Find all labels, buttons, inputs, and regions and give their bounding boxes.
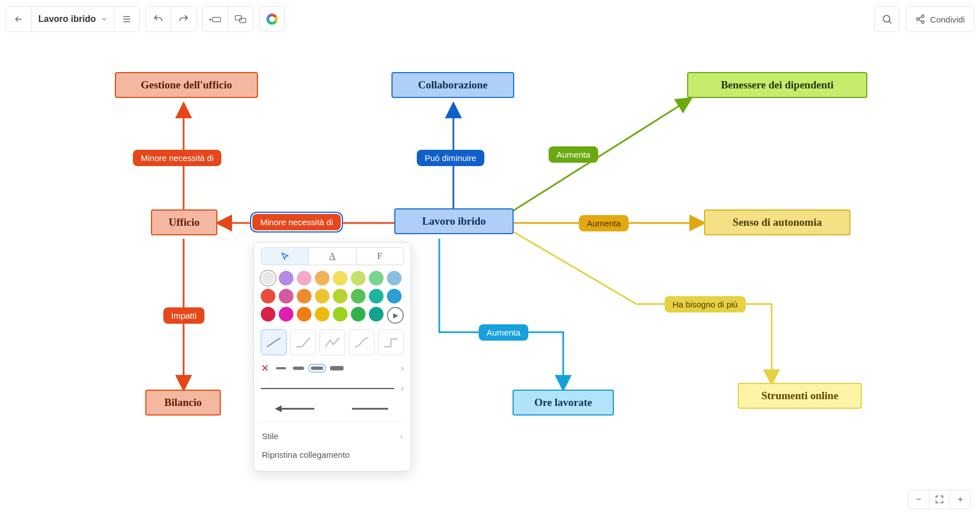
color-swatch[interactable] bbox=[315, 307, 329, 321]
color-swatch[interactable] bbox=[369, 289, 384, 303]
color-swatch[interactable] bbox=[279, 289, 293, 303]
cursor-icon bbox=[280, 252, 289, 261]
thickness-row: ✕ › bbox=[261, 360, 404, 377]
svg-line-11 bbox=[508, 99, 690, 214]
node-tools[interactable]: Strumenti online bbox=[738, 383, 862, 409]
node-collab[interactable]: Collaborazione bbox=[391, 72, 514, 98]
color-swatches: ▶ bbox=[261, 271, 404, 324]
edge-label-less-need-2[interactable]: Minore necessità di bbox=[252, 214, 341, 230]
tab-text[interactable]: A bbox=[308, 248, 355, 265]
color-swatch[interactable] bbox=[369, 271, 384, 285]
line-shape-row bbox=[261, 329, 404, 355]
node-autonomy[interactable]: Senso di autonomia bbox=[704, 209, 850, 235]
color-swatch[interactable] bbox=[261, 307, 275, 321]
edge-label-impacts[interactable]: Impatti bbox=[163, 307, 204, 324]
weight-row: › bbox=[261, 380, 404, 397]
line-angle[interactable] bbox=[290, 329, 316, 355]
edge-label-needs-more[interactable]: Ha bisogno di più bbox=[665, 296, 746, 312]
line-straight-icon bbox=[265, 336, 283, 349]
color-swatch[interactable] bbox=[387, 289, 402, 303]
none-icon[interactable]: ✕ bbox=[261, 362, 269, 374]
line-straight[interactable] bbox=[261, 329, 287, 355]
node-office-mgmt[interactable]: Gestione dell'ufficio bbox=[115, 72, 258, 98]
weight-sample[interactable] bbox=[261, 388, 394, 389]
weight-more[interactable]: › bbox=[401, 383, 404, 394]
color-swatch[interactable] bbox=[297, 271, 311, 285]
node-center[interactable]: Lavoro ibrido bbox=[394, 208, 514, 234]
node-office[interactable]: Ufficio bbox=[151, 209, 217, 235]
thickness-more[interactable]: › bbox=[401, 363, 404, 373]
line-curve[interactable] bbox=[349, 329, 375, 355]
edge-label-can-decrease[interactable]: Può diminuire bbox=[417, 150, 484, 166]
color-swatch[interactable] bbox=[315, 289, 329, 303]
arrow-start[interactable] bbox=[275, 405, 315, 413]
popover-tabs: A F bbox=[261, 247, 404, 265]
arrow-none[interactable] bbox=[350, 405, 390, 413]
node-hours[interactable]: Ore lavorate bbox=[513, 390, 614, 416]
color-swatch[interactable] bbox=[315, 271, 329, 285]
color-swatch[interactable] bbox=[333, 307, 348, 321]
line-step-icon bbox=[382, 336, 400, 349]
tab-font[interactable]: F bbox=[356, 248, 403, 265]
zoom-controls: − + bbox=[908, 490, 971, 509]
edge-label-less-need-1[interactable]: Minore necessità di bbox=[133, 150, 221, 166]
svg-line-13 bbox=[267, 338, 280, 347]
thickness-4[interactable] bbox=[330, 366, 344, 370]
color-swatch[interactable] bbox=[279, 271, 293, 285]
zoom-out-button[interactable]: − bbox=[908, 490, 929, 508]
reset-link-menu[interactable]: Ripristina collegamento bbox=[261, 445, 404, 464]
color-swatch[interactable] bbox=[369, 307, 384, 321]
edge-label-increases-3[interactable]: Aumenta bbox=[479, 324, 528, 341]
color-swatch[interactable] bbox=[351, 307, 366, 321]
line-zigzag[interactable] bbox=[319, 329, 345, 355]
line-angle-icon bbox=[294, 336, 312, 349]
arrow-row bbox=[261, 400, 404, 417]
node-budget[interactable]: Bilancio bbox=[145, 390, 221, 416]
color-swatch[interactable] bbox=[297, 307, 311, 321]
tab-cursor[interactable] bbox=[261, 248, 308, 265]
color-swatch[interactable] bbox=[333, 289, 348, 303]
style-popover: A F ▶ ✕ › › Stile› bbox=[253, 242, 411, 471]
thickness-3[interactable] bbox=[311, 367, 323, 370]
thickness-2[interactable] bbox=[293, 367, 304, 370]
color-swatch[interactable] bbox=[297, 289, 311, 303]
edge-label-increases-1[interactable]: Aumenta bbox=[549, 146, 598, 163]
color-swatch[interactable]: ▶ bbox=[387, 307, 404, 324]
zoom-in-button[interactable]: + bbox=[950, 490, 970, 508]
edge-label-increases-2[interactable]: Aumenta bbox=[579, 215, 629, 231]
line-zigzag-icon bbox=[323, 336, 341, 349]
line-curve-icon bbox=[353, 336, 371, 349]
node-wellbeing[interactable]: Benessere dei dipendenti bbox=[687, 72, 867, 98]
color-swatch[interactable] bbox=[261, 271, 275, 285]
fit-screen-icon bbox=[935, 495, 944, 504]
mindmap-canvas[interactable]: Lavoro ibrido Gestione dell'ufficio Uffi… bbox=[0, 0, 980, 518]
thickness-1[interactable] bbox=[276, 367, 286, 369]
style-menu[interactable]: Stile› bbox=[261, 427, 404, 445]
line-step[interactable] bbox=[378, 329, 404, 355]
color-swatch[interactable] bbox=[279, 307, 293, 321]
color-swatch[interactable] bbox=[387, 271, 402, 285]
fit-screen-button[interactable] bbox=[929, 490, 950, 508]
color-swatch[interactable] bbox=[351, 289, 366, 303]
color-swatch[interactable] bbox=[333, 271, 348, 285]
color-swatch[interactable] bbox=[351, 271, 366, 285]
color-swatch[interactable] bbox=[261, 289, 275, 303]
